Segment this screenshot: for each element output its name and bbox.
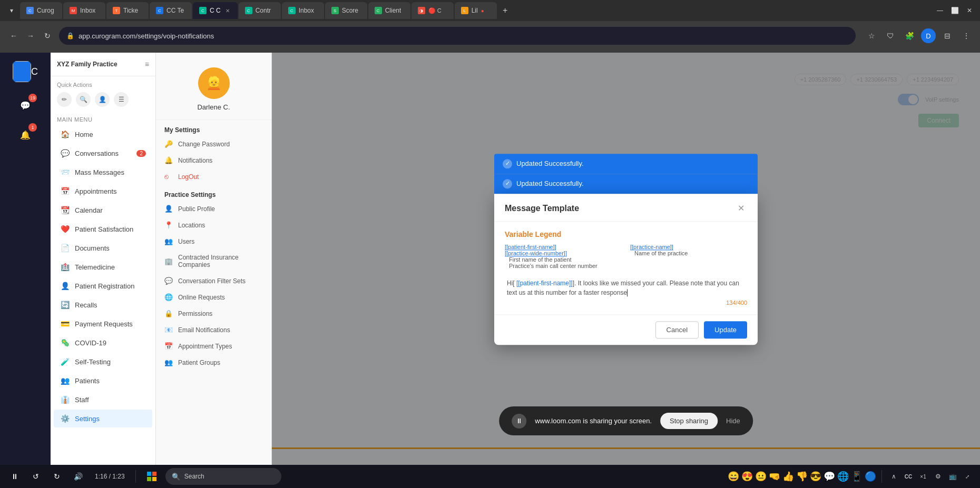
taskbar-display-icon[interactable]: 📺 <box>946 470 959 483</box>
maximize-button[interactable]: ⬜ <box>948 4 961 17</box>
sidebar-item-telemedicine[interactable]: 🏥 Telemedicine <box>54 258 152 276</box>
minimize-button[interactable]: — <box>934 4 946 17</box>
settings-patient-groups[interactable]: 👥 Patient Groups <box>156 354 271 371</box>
profile-button[interactable]: D <box>921 28 936 43</box>
taskbar-settings-icon[interactable]: ⚙ <box>932 470 944 483</box>
bookmark-button[interactable]: ☆ <box>864 28 879 43</box>
settings-public-profile[interactable]: 👤 Public Profile <box>156 201 271 217</box>
close-button[interactable]: ✕ <box>963 4 976 17</box>
loom-pause-button[interactable]: ⏸ <box>512 414 526 429</box>
taskbar-volume-button[interactable]: 🔊 <box>70 468 86 485</box>
taskbar-search-bar[interactable]: 🔍 Search <box>165 468 281 485</box>
settings-appointment-types[interactable]: 📅 Appointment Types <box>156 338 271 354</box>
qa-list-icon[interactable]: ☰ <box>114 92 129 107</box>
sidebar-item-recalls[interactable]: 🔄 Recalls <box>54 296 152 314</box>
desc-patient-first-name: First name of the patient <box>509 256 622 263</box>
settings-online-requests[interactable]: 🌐 Online Requests <box>156 289 271 305</box>
emoji-laugh[interactable]: 😄 <box>728 471 739 482</box>
nav-sidebar: XYZ Family Practice ≡ Quick Actions ✏ 🔍 … <box>51 53 156 465</box>
loom-hide-button[interactable]: Hide <box>726 417 740 425</box>
sidebar-item-appointments[interactable]: 📅 Appointments <box>54 182 152 200</box>
rail-item-bell[interactable]: 🔔 1 <box>13 122 38 147</box>
settings-permissions[interactable]: 🔒 Permissions <box>156 305 271 322</box>
sidebar-item-patients[interactable]: 👥 Patients <box>54 372 152 390</box>
sidebar-item-patient-registration[interactable]: 👤 Patient Registration <box>54 277 152 295</box>
tab-curogram[interactable]: C Curog <box>20 2 62 19</box>
tab-score[interactable]: S Score <box>325 2 367 19</box>
emoji-heart[interactable]: 😍 <box>741 471 753 482</box>
sidebar-menu-icon[interactable]: ≡ <box>145 60 149 68</box>
sidebar-item-conversations[interactable]: 💬 Conversations 2 <box>54 144 152 162</box>
settings-logout[interactable]: ⎋ LogOut <box>156 168 271 185</box>
reload-button[interactable]: ↻ <box>40 28 55 43</box>
windows-start-button[interactable] <box>142 467 161 486</box>
tab-dropdown-btn[interactable]: ▾ <box>4 3 19 18</box>
sidebar-item-self-testing[interactable]: 🧪 Self-Testing <box>54 353 152 371</box>
sidebar-button[interactable]: ⊟ <box>940 28 955 43</box>
taskbar-x1-icon[interactable]: ×1 <box>917 470 929 483</box>
cancel-button[interactable]: Cancel <box>655 321 699 338</box>
emoji-thumbs-down[interactable]: 👎 <box>796 471 808 482</box>
taskbar-up-arrow[interactable]: ∧ <box>887 470 900 483</box>
tab-client[interactable]: C Client <box>368 2 410 19</box>
tab-contr[interactable]: C Contr <box>239 2 281 19</box>
emoji-neutral[interactable]: 😐 <box>755 471 767 482</box>
emoji-sunglasses[interactable]: 😎 <box>810 471 821 482</box>
sidebar-item-staff[interactable]: 👔 Staff <box>54 391 152 409</box>
emoji-thumbs-up[interactable]: 👍 <box>782 471 794 482</box>
qa-search-icon[interactable]: 🔍 <box>76 92 91 107</box>
loom-message: www.loom.com is sharing your screen. <box>535 417 652 425</box>
settings-change-password[interactable]: 🔑 Change Password <box>156 136 271 152</box>
url-bar[interactable]: 🔒 app.curogram.com/settings/voip-notific… <box>59 27 856 45</box>
tab-ticket[interactable]: T Ticke <box>106 2 149 19</box>
sidebar-item-settings[interactable]: ⚙️ Settings <box>54 410 152 427</box>
extensions-button[interactable]: 🧩 <box>902 28 917 43</box>
tab-cc[interactable]: C CC Te <box>150 2 192 19</box>
sidebar-item-covid[interactable]: 🦠 COVID-19 <box>54 334 152 352</box>
settings-notifications[interactable]: 🔔 Notifications <box>156 152 271 168</box>
emoji-globe[interactable]: 🌐 <box>837 471 849 482</box>
tab-inbox2[interactable]: C Inbox <box>282 2 324 19</box>
more-button[interactable]: ⋮ <box>959 28 974 43</box>
sidebar-item-calendar[interactable]: 📆 Calendar <box>54 201 152 219</box>
settings-users[interactable]: 👥 Users <box>156 233 271 250</box>
settings-insurance[interactable]: 🏢 Contracted Insurance Companies <box>156 250 271 273</box>
emoji-speech[interactable]: 💬 <box>824 471 835 482</box>
settings-email-notifications[interactable]: 📧 Email Notifications <box>156 322 271 338</box>
back-button[interactable]: ← <box>6 28 21 43</box>
taskbar-cc-icon[interactable]: CC <box>902 470 915 483</box>
dialog-close-button[interactable]: ✕ <box>734 202 747 215</box>
tab-close-btn[interactable]: ✕ <box>224 7 231 14</box>
sidebar-item-mass-messages[interactable]: 📨 Mass Messages <box>54 163 152 181</box>
tab-active[interactable]: C C C ✕ <box>193 2 238 19</box>
qa-edit-icon[interactable]: ✏ <box>57 92 72 107</box>
var-practice-wide-number: [[practice-wide-number]] <box>505 250 622 256</box>
update-button[interactable]: Update <box>704 321 747 338</box>
tab-c[interactable]: ◑ 🔴 C <box>411 2 454 19</box>
emoji-blue[interactable]: 🔵 <box>865 471 876 482</box>
tab-lil[interactable]: L Lil ● <box>455 2 497 19</box>
sidebar-item-home[interactable]: 🏠 Home <box>54 125 152 143</box>
forward-button[interactable]: → <box>23 28 38 43</box>
taskbar-forward-button[interactable]: ↻ <box>48 468 65 485</box>
emoji-phone[interactable]: 📱 <box>851 471 863 482</box>
loom-stop-sharing-button[interactable]: Stop sharing <box>660 413 718 429</box>
rail-item-chat[interactable]: 💬 19 <box>13 93 38 118</box>
settings-conversation-filter[interactable]: 💬 Conversation Filter Sets <box>156 273 271 289</box>
taskbar-rewind-button[interactable]: ↺ <box>27 468 44 485</box>
sidebar-item-patient-satisfaction[interactable]: ❤️ Patient Satisfaction <box>54 220 152 238</box>
svg-rect-1 <box>152 472 156 476</box>
recalls-icon: 🔄 <box>60 300 70 310</box>
shield-icon[interactable]: 🛡 <box>883 28 898 43</box>
tab-inbox[interactable]: M Inbox <box>63 2 105 19</box>
sidebar-item-payment-requests[interactable]: 💳 Payment Requests <box>54 315 152 333</box>
emoji-fist[interactable]: 🤜 <box>769 471 780 482</box>
settings-locations[interactable]: 📍 Locations <box>156 217 271 233</box>
qa-user-icon[interactable]: 👤 <box>95 92 110 107</box>
taskbar-pause-button[interactable]: ⏸ <box>6 468 23 485</box>
new-tab-button[interactable]: + <box>498 3 513 18</box>
taskbar-expand-icon[interactable]: ⤢ <box>961 470 974 483</box>
home-icon: 🏠 <box>60 130 70 139</box>
sidebar-item-documents[interactable]: 📄 Documents <box>54 239 152 257</box>
staff-icon: 👔 <box>60 395 70 404</box>
